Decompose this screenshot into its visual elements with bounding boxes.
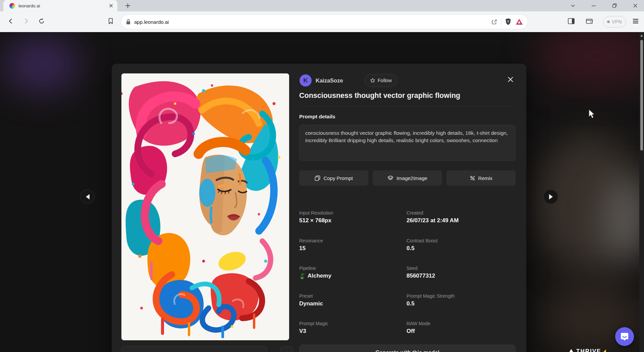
browser-window: leonardo.ai (0, 0, 644, 352)
vpn-status-dot (607, 20, 610, 23)
watermark-spark-icon (603, 349, 608, 352)
tab-title: leonardo.ai (18, 3, 108, 8)
image2image-label: Image2Image (396, 175, 427, 181)
sidebar-panel-icon (568, 18, 575, 24)
back-arrow-icon (7, 18, 14, 24)
minimize-icon (591, 3, 596, 8)
prompt-text-box: consciousness thought vector graphic flo… (299, 125, 516, 161)
reload-button[interactable] (37, 16, 47, 26)
prompt-actions: Copy Prompt Image2Image (299, 170, 516, 186)
stat-pipeline: Pipeline Alchemy (299, 266, 407, 293)
window-minimize-button[interactable] (586, 0, 602, 11)
reload-icon (38, 18, 45, 24)
support-chat-button[interactable] (615, 327, 634, 346)
close-icon (633, 3, 638, 8)
generate-with-model-button[interactable]: Generate with this model (299, 345, 516, 352)
tab-strip: leonardo.ai (0, 0, 644, 11)
stat-input-resolution: Input Resolution 512 × 768px (299, 210, 407, 238)
arrow-left-icon (83, 194, 90, 199)
close-icon (507, 76, 514, 83)
site-favicon-icon (9, 3, 15, 9)
remix-label: Remix (478, 175, 493, 181)
arrow-right-icon (549, 194, 555, 199)
thumbnail-square[interactable] (280, 346, 293, 352)
page-scrollbar[interactable] (639, 33, 644, 352)
scrollbar-up-arrow[interactable] (640, 34, 643, 37)
address-bar[interactable]: app.leonardo.ai (121, 14, 528, 29)
artwork-illustration (121, 73, 289, 340)
copy-prompt-label: Copy Prompt (323, 175, 353, 181)
vpn-button[interactable]: VPN (603, 16, 626, 27)
brave-rewards-bat-icon[interactable] (516, 18, 523, 25)
user-avatar[interactable]: K (300, 74, 312, 86)
restore-icon (612, 3, 617, 8)
toolbar-divider (501, 18, 501, 25)
forward-arrow-icon (23, 18, 30, 24)
sidebar-toggle-button[interactable] (566, 16, 576, 26)
url-text: app.leonardo.ai (134, 19, 491, 25)
bookmarks-button[interactable] (106, 16, 116, 26)
avatar-initial: K (303, 77, 308, 84)
brave-shield-icon[interactable] (505, 18, 512, 25)
prompt-text: consciousness thought vector graphic flo… (305, 129, 509, 144)
back-button[interactable] (6, 16, 16, 26)
window-close-button[interactable] (627, 0, 643, 11)
thumbnail-strip[interactable] (121, 346, 267, 352)
vpn-label: VPN (612, 19, 622, 24)
remix-button[interactable]: Remix (446, 170, 516, 186)
modal-close-button[interactable] (505, 74, 516, 85)
browser-tab[interactable]: leonardo.ai (3, 0, 117, 11)
stat-created: Created 26/07/23 at 2:49 AM (407, 210, 516, 238)
copy-icon (315, 175, 320, 181)
star-icon (370, 78, 375, 83)
scrollbar-thumb[interactable] (640, 40, 643, 151)
remix-wand-icon (470, 175, 475, 181)
new-tab-button[interactable] (125, 3, 131, 9)
window-restore-button[interactable] (606, 0, 623, 11)
image2image-button[interactable]: Image2Image (373, 170, 442, 186)
stat-preset: Preset Dynamic (299, 293, 407, 321)
follow-label: Follow (378, 78, 392, 83)
potion-flask-icon (299, 273, 305, 279)
forward-button[interactable] (21, 16, 31, 26)
layers-icon (387, 175, 393, 181)
stat-prompt-magic-strength: Prompt Magic Strength 0.5 (407, 293, 516, 321)
stat-seed: Seed 856077312 (407, 266, 516, 293)
divider (299, 106, 516, 106)
image-detail-modal: K KaizaSoze Follow Consciousness thought… (112, 64, 526, 352)
chat-bubble-icon (620, 332, 629, 341)
stat-contrast-boost: Contrast Boost 0.5 (407, 238, 516, 266)
generation-title: Consciousness thought vector graphic flo… (299, 92, 517, 100)
previous-image-button[interactable] (80, 189, 95, 204)
next-image-button[interactable] (543, 189, 558, 204)
prompt-details-heading: Prompt details (299, 114, 335, 120)
username[interactable]: KaizaSoze (316, 77, 343, 84)
generated-image[interactable] (121, 73, 289, 340)
generate-label: Generate with this model (375, 350, 439, 352)
wallet-button[interactable] (584, 16, 594, 26)
menu-button[interactable] (631, 16, 641, 26)
generation-stats: Input Resolution 512 × 768px Created 26/… (299, 210, 516, 349)
wallet-icon (586, 18, 593, 24)
page-content: K KaizaSoze Follow Consciousness thought… (0, 33, 644, 352)
background-glow-maroon (537, 33, 644, 90)
tab-close-icon[interactable] (108, 3, 114, 9)
copy-prompt-button[interactable]: Copy Prompt (299, 170, 368, 186)
lock-icon (126, 19, 131, 25)
bookmark-icon (108, 18, 114, 24)
chevron-down-icon (571, 3, 575, 8)
tab-search-button[interactable] (565, 0, 581, 11)
background-glow-purple (3, 36, 80, 93)
hamburger-menu-icon (633, 18, 639, 24)
mouse-cursor (588, 109, 596, 119)
watermark-text: THRIVE (576, 348, 601, 352)
stat-resonance: Resonance 15 (299, 238, 407, 266)
follow-button[interactable]: Follow (364, 74, 397, 87)
pipeline-value: Alchemy (308, 273, 331, 279)
share-icon[interactable] (491, 18, 498, 25)
watermark-triangle-icon (568, 349, 574, 352)
video-watermark: THRIVE (568, 348, 607, 352)
